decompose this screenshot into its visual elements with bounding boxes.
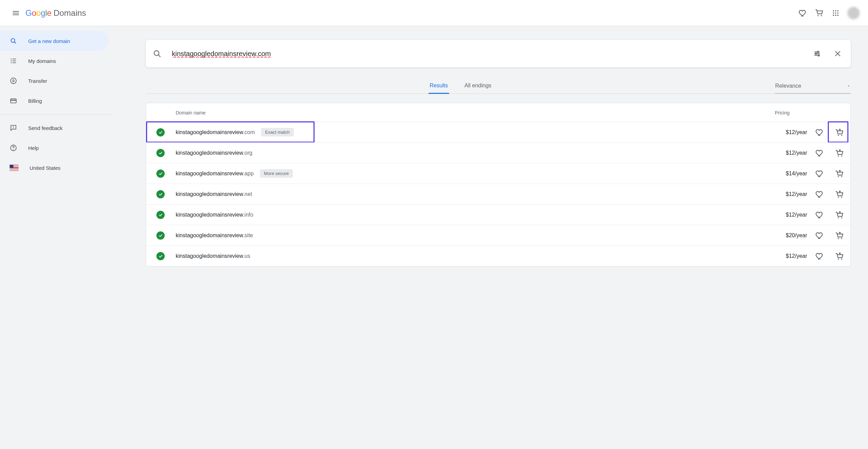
- us-flag-icon: [10, 165, 19, 171]
- add-to-cart-button[interactable]: [833, 126, 846, 139]
- search-icon: [153, 49, 162, 58]
- available-check-icon: [156, 149, 165, 157]
- favorites-button[interactable]: [794, 5, 811, 21]
- available-check-icon: [156, 231, 165, 240]
- svg-point-0: [817, 15, 818, 16]
- heart-icon: [815, 149, 824, 157]
- add-cart-icon: [835, 210, 844, 219]
- add-to-cart-button[interactable]: [833, 229, 846, 242]
- add-to-cart-button[interactable]: [833, 188, 846, 200]
- domain-price: $12/year: [772, 150, 813, 156]
- hamburger-icon: [12, 9, 20, 17]
- nav-label: Get a new domain: [28, 38, 70, 44]
- domain-price: $12/year: [772, 191, 813, 197]
- favorite-domain-button[interactable]: [813, 147, 826, 159]
- svg-rect-18: [12, 63, 16, 63]
- svg-rect-21: [11, 100, 17, 101]
- favorite-domain-button[interactable]: [813, 209, 826, 221]
- sliders-icon: [813, 50, 821, 58]
- favorite-domain-button[interactable]: [813, 229, 826, 242]
- sort-label: Relevance: [775, 83, 801, 89]
- result-row[interactable]: kinstagoogledomainsreview.site $20/year: [146, 225, 850, 245]
- svg-point-47: [841, 259, 842, 260]
- domain-search-box: [146, 40, 851, 67]
- result-row[interactable]: kinstagoogledomainsreview.net $12/year: [146, 184, 850, 204]
- heart-icon: [815, 252, 824, 261]
- svg-point-38: [838, 176, 839, 177]
- cart-button[interactable]: [811, 5, 827, 21]
- add-to-cart-button[interactable]: [833, 147, 846, 159]
- card-icon: [10, 97, 17, 105]
- clear-search-button[interactable]: [832, 47, 844, 60]
- add-cart-icon: [835, 169, 844, 178]
- close-icon: [834, 50, 842, 58]
- add-cart-icon: [835, 231, 844, 240]
- menu-button[interactable]: [8, 6, 23, 21]
- caret-down-icon: [847, 84, 851, 88]
- domain-name: kinstagoogledomainsreview.org: [176, 150, 252, 156]
- svg-point-46: [838, 259, 839, 260]
- result-row[interactable]: kinstagoogledomainsreview.app More secur…: [146, 163, 850, 184]
- heart-icon: [815, 231, 824, 240]
- domain-badge: Exact match: [261, 128, 294, 136]
- nav-send-feedback[interactable]: Send feedback: [0, 118, 109, 138]
- favorite-domain-button[interactable]: [813, 126, 826, 139]
- add-cart-icon: [835, 252, 844, 261]
- svg-line-27: [158, 55, 161, 57]
- logo[interactable]: Google Domains: [25, 8, 86, 18]
- heart-icon: [798, 9, 807, 18]
- svg-point-9: [835, 14, 836, 16]
- result-row[interactable]: kinstagoogledomainsreview.org $12/year: [146, 142, 850, 163]
- sort-dropdown[interactable]: Relevance: [775, 83, 851, 94]
- nav-transfer[interactable]: Transfer: [0, 71, 109, 91]
- available-check-icon: [156, 211, 165, 219]
- svg-point-10: [837, 14, 839, 16]
- result-row[interactable]: kinstagoogledomainsreview.info $12/year: [146, 204, 850, 225]
- domain-price: $12/year: [772, 212, 813, 218]
- result-row[interactable]: kinstagoogledomainsreview.com Exact matc…: [146, 122, 850, 142]
- svg-point-44: [838, 238, 839, 239]
- svg-rect-16: [12, 61, 16, 61]
- domain-name: kinstagoogledomainsreview.us: [176, 253, 250, 259]
- favorite-domain-button[interactable]: [813, 188, 826, 200]
- svg-point-8: [833, 14, 834, 16]
- svg-point-43: [841, 217, 842, 218]
- domain-search-input[interactable]: [171, 50, 801, 58]
- heart-icon: [815, 210, 824, 219]
- domain-price: $12/year: [772, 253, 813, 259]
- tab-all-endings[interactable]: All endings: [463, 83, 493, 94]
- svg-point-1: [821, 15, 822, 16]
- available-check-icon: [156, 169, 165, 178]
- nav-country[interactable]: United States: [0, 158, 109, 178]
- list-icon: [10, 57, 17, 65]
- svg-point-6: [835, 12, 836, 14]
- nav-label: My domains: [28, 58, 56, 64]
- add-to-cart-button[interactable]: [833, 167, 846, 180]
- svg-point-3: [835, 10, 836, 11]
- add-cart-icon: [835, 190, 844, 199]
- heart-icon: [815, 169, 824, 178]
- add-to-cart-button[interactable]: [833, 250, 846, 262]
- account-avatar[interactable]: [847, 7, 860, 19]
- svg-point-42: [838, 217, 839, 218]
- nav-get-new-domain[interactable]: Get a new domain: [0, 31, 109, 51]
- column-domain-name: Domain name: [176, 110, 775, 116]
- nav-billing[interactable]: Billing: [0, 91, 109, 111]
- domain-name: kinstagoogledomainsreview.site: [176, 232, 253, 239]
- nav-help[interactable]: Help: [0, 138, 109, 158]
- result-row[interactable]: kinstagoogledomainsreview.us $12/year: [146, 245, 850, 266]
- domain-price: $12/year: [772, 129, 813, 135]
- nav-my-domains[interactable]: My domains: [0, 51, 109, 71]
- add-to-cart-button[interactable]: [833, 209, 846, 221]
- tab-results[interactable]: Results: [428, 83, 449, 94]
- svg-point-35: [841, 135, 842, 136]
- favorite-domain-button[interactable]: [813, 167, 826, 180]
- heart-icon: [815, 190, 824, 199]
- apps-button[interactable]: [827, 5, 844, 21]
- svg-point-39: [841, 176, 842, 177]
- search-filters-button[interactable]: [811, 47, 823, 60]
- svg-point-4: [837, 10, 839, 11]
- nav-label: United States: [30, 165, 61, 171]
- logo-product-text: Domains: [54, 8, 86, 18]
- favorite-domain-button[interactable]: [813, 250, 826, 262]
